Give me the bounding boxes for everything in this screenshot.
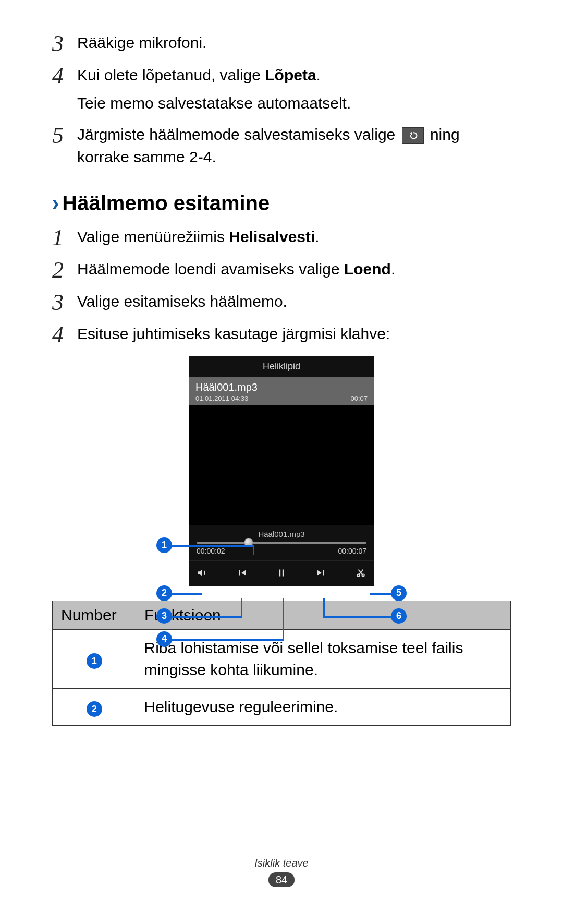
text: . xyxy=(391,260,395,278)
text: Valige menüürežiimis xyxy=(77,228,229,245)
phone-meta: 01.01.2011 04:33 00:07 xyxy=(195,394,368,402)
bold-text: Lõpeta xyxy=(265,66,316,83)
bold-text: Helisalvesti xyxy=(229,228,315,245)
step-text: Valige menüürežiimis Helisalvesti. xyxy=(77,225,320,248)
table-row: 1 Riba lohistamise või sellel toksamise … xyxy=(53,629,511,688)
phone-figure: Heliklipid Hääl001.mp3 01.01.2011 04:33 … xyxy=(52,356,511,586)
phone-duration: 00:07 xyxy=(350,394,368,402)
step-b2: 2 Häälmemode loendi avamiseks valige Loe… xyxy=(52,258,511,282)
text: Kui olete lõpetanud, valige xyxy=(77,66,265,83)
step-number: 2 xyxy=(52,258,77,282)
phone-times: 00:00:02 00:00:07 xyxy=(189,544,374,560)
table-cell-number: 1 xyxy=(53,629,136,688)
phone-blank-area xyxy=(189,405,374,525)
phone-header: Heliklipid xyxy=(189,356,374,377)
table-header-row: Number Funktsioon xyxy=(53,601,511,629)
table-cell-number: 2 xyxy=(53,688,136,725)
table-row: 2 Helitugevuse reguleerimine. xyxy=(53,688,511,725)
table-header-number: Number xyxy=(53,601,136,629)
pause-icon[interactable] xyxy=(276,567,287,579)
back-icon xyxy=(402,127,424,144)
phone-controls xyxy=(189,560,374,586)
text: Häälmemode loendi avamiseks valige xyxy=(77,260,344,278)
step-number: 4 xyxy=(52,64,77,88)
trim-icon[interactable] xyxy=(355,567,366,579)
phone-date: 01.01.2011 04:33 xyxy=(195,394,248,402)
phone-file-row: Hääl001.mp3 01.01.2011 04:33 00:07 xyxy=(189,377,374,405)
number-badge: 1 xyxy=(87,653,102,669)
callout-line xyxy=(370,593,392,595)
volume-icon[interactable] xyxy=(197,567,208,579)
step-text: Valige esitamiseks häälmemo. xyxy=(77,290,287,313)
section-title: Häälmemo esitamine xyxy=(62,191,270,215)
step-text: Rääkige mikrofoni. xyxy=(77,31,206,54)
table-cell-function: Helitugevuse reguleerimine. xyxy=(136,688,511,725)
text: . xyxy=(315,228,319,245)
slider-knob[interactable] xyxy=(244,538,253,547)
callout-5: 5 xyxy=(391,585,407,601)
chevron-icon: › xyxy=(52,191,59,215)
step-text: Esituse juhtimiseks kasutage järgmisi kl… xyxy=(77,322,390,345)
step-text: Häälmemode loendi avamiseks valige Loend… xyxy=(77,258,395,281)
text: . xyxy=(316,66,321,83)
bold-text: Loend xyxy=(344,260,391,278)
number-badge: 2 xyxy=(87,701,102,717)
page-number: 84 xyxy=(268,872,295,887)
phone-screen: Heliklipid Hääl001.mp3 01.01.2011 04:33 … xyxy=(189,356,374,586)
step-b4: 4 Esituse juhtimiseks kasutage järgmisi … xyxy=(52,322,511,346)
footer-section-label: Isiklik teave xyxy=(0,857,563,869)
callout-line xyxy=(172,593,202,595)
step-number: 4 xyxy=(52,322,77,346)
callout-2: 2 xyxy=(156,585,172,601)
step-4-sub: Teie memo salvestatakse automaatselt. xyxy=(77,92,511,115)
callout-1: 1 xyxy=(156,537,172,553)
text: Järgmiste häälmemode salvestamiseks vali… xyxy=(77,126,400,143)
section-heading: › Häälmemo esitamine xyxy=(52,191,511,215)
table-cell-function: Riba lohistamise või sellel toksamise te… xyxy=(136,629,511,688)
phone-nowplaying: Hääl001.mp3 xyxy=(189,525,374,538)
step-text: Kui olete lõpetanud, valige Lõpeta. xyxy=(77,64,321,87)
slider-track xyxy=(197,542,366,544)
step-b3: 3 Valige esitamiseks häälmemo. xyxy=(52,290,511,314)
step-4: 4 Kui olete lõpetanud, valige Lõpeta. xyxy=(52,64,511,88)
step-5: 5 Järgmiste häälmemode salvestamiseks va… xyxy=(52,123,511,169)
progress-slider[interactable] xyxy=(189,538,374,544)
step-text: Järgmiste häälmemode salvestamiseks vali… xyxy=(77,123,511,169)
step-3: 3 Rääkige mikrofoni. xyxy=(52,31,511,55)
previous-icon[interactable] xyxy=(236,567,248,579)
step-number: 3 xyxy=(52,31,77,55)
function-table: Number Funktsioon 1 Riba lohistamise või… xyxy=(52,601,511,726)
page-content: 3 Rääkige mikrofoni. 4 Kui olete lõpetan… xyxy=(52,31,511,726)
phone-filename: Hääl001.mp3 xyxy=(195,381,368,393)
step-number: 3 xyxy=(52,290,77,314)
next-icon[interactable] xyxy=(315,567,327,579)
time-total: 00:00:07 xyxy=(338,547,367,555)
table-header-function: Funktsioon xyxy=(136,601,511,629)
page-footer: Isiklik teave 84 xyxy=(0,857,563,887)
step-b1: 1 Valige menüürežiimis Helisalvesti. xyxy=(52,225,511,249)
time-elapsed: 00:00:02 xyxy=(197,547,225,555)
step-number: 1 xyxy=(52,225,77,249)
step-number: 5 xyxy=(52,123,77,147)
